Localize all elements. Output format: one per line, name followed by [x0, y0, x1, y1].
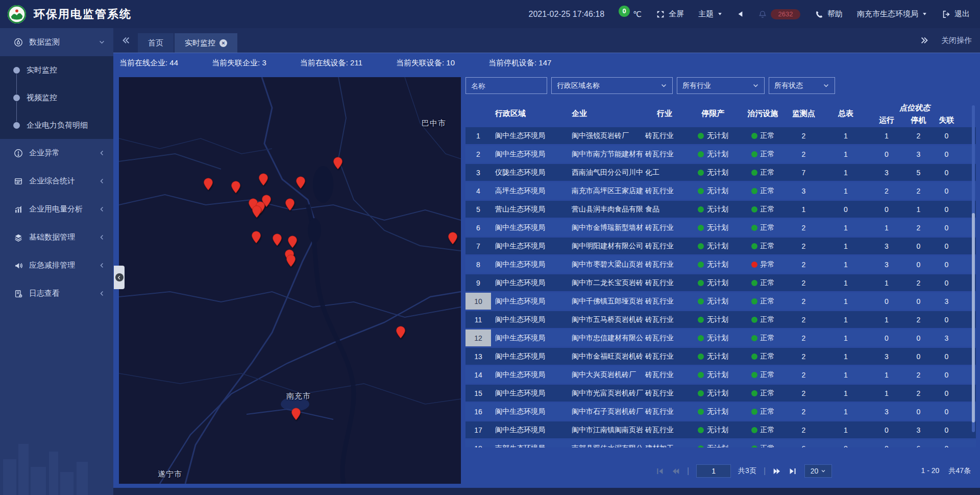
map-pin-icon[interactable]	[291, 408, 301, 420]
cell-monitor-points: 2	[785, 219, 823, 236]
table-row[interactable]: 17阆中生态环境局阆中市江南镇阆南页岩砖瓦行业无计划正常21030	[465, 421, 976, 438]
sidebar-item-5[interactable]: 基础数据管理	[0, 223, 113, 251]
cell-stopped: 3	[904, 421, 933, 438]
cell-index: 16	[465, 403, 491, 420]
cell-total-meters: 1	[823, 385, 869, 402]
sidebar-subitem-实时监控[interactable]: 实时监控	[0, 56, 113, 84]
cell-region: 阆中生态环境局	[491, 403, 568, 420]
map-pin-icon[interactable]	[204, 178, 213, 191]
sidebar-subitem-企业电力负荷明细[interactable]: 企业电力负荷明细	[0, 111, 113, 139]
tab-realtime-monitor[interactable]: 实时监控 ×	[175, 33, 237, 53]
table-row[interactable]: 13阆中生态环境局阆中市金福旺页岩机砖砖瓦行业无计划正常21300	[465, 348, 976, 365]
table-row[interactable]: 15阆中生态环境局阆中市光富页岩机砖厂砖瓦行业无计划正常21120	[465, 385, 976, 402]
table-row[interactable]: 8阆中生态环境局阆中市枣碧大梁山页岩砖瓦行业无计划异常21300	[465, 256, 976, 273]
logout-button[interactable]: 退出	[942, 9, 970, 19]
map-panel[interactable]: 巴中市南充市遂宁市	[119, 77, 461, 484]
column-header: 行政区域	[491, 100, 568, 127]
map-pin-icon[interactable]	[252, 205, 262, 218]
cell-total-meters: 1	[823, 403, 869, 420]
sidebar-item-6[interactable]: 应急减排管理	[0, 251, 113, 279]
table-scrollbar[interactable]	[972, 105, 975, 432]
table-row[interactable]: 1阆中生态环境局阆中强锐页岩砖厂砖瓦行业无计划正常21120	[465, 127, 976, 144]
cell-production-limit: 无计划	[685, 311, 741, 328]
region-select[interactable]: 行政区域名称	[551, 77, 673, 94]
status-select[interactable]: 所有状态	[769, 77, 835, 94]
first-page-button[interactable]	[655, 467, 664, 476]
cell-total-meters: 1	[823, 127, 869, 144]
cell-industry: 砖瓦行业	[644, 348, 685, 365]
theme-dropdown[interactable]: 主题	[698, 9, 723, 19]
page-size-select[interactable]: 20	[804, 464, 832, 478]
previous-page-button[interactable]	[671, 467, 680, 476]
help-button[interactable]: 帮助	[815, 9, 843, 19]
tab-close-icon[interactable]: ×	[219, 39, 227, 47]
cell-pollution-facility: 正常	[741, 274, 785, 291]
table-row[interactable]: 2阆中生态环境局阆中市南方节能建材有砖瓦行业无计划正常21030	[465, 146, 976, 162]
table-row[interactable]: 18南部生态环境局南部县双佳水泥有限公建材加工无计划正常60060	[465, 440, 976, 447]
cell-index: 11	[465, 311, 491, 328]
status-dot-green	[698, 151, 704, 157]
table-row[interactable]: 9阆中生态环境局阆中市二龙长宝页岩砖砖瓦行业无计划正常21120	[465, 274, 976, 291]
sidebar-item-7[interactable]: 日志查看	[0, 279, 113, 308]
table-row[interactable]: 3仪陇生态环境局西南油气田分公司川中化工无计划正常71350	[465, 164, 976, 181]
table-row[interactable]: 7阆中生态环境局阆中明阳建材有限公司砖瓦行业无计划正常21300	[465, 238, 976, 254]
scrollbar-thumb[interactable]	[972, 213, 975, 422]
map-pin-icon[interactable]	[273, 233, 282, 246]
cell-running: 3	[869, 238, 904, 254]
table-row[interactable]: 10阆中生态环境局阆中千佛镇五郎垭页岩砖瓦行业无计划正常21003	[465, 293, 976, 310]
map-pin-icon[interactable]	[285, 198, 295, 211]
table-row[interactable]: 14阆中生态环境局阆中大兴页岩机砖厂砖瓦行业无计划正常21120	[465, 366, 976, 383]
tab-home[interactable]: 首页	[138, 33, 174, 53]
map-pin-icon[interactable]	[286, 254, 296, 267]
industry-select[interactable]: 所有行业	[677, 77, 765, 94]
org-dropdown[interactable]: 南充市生态环境局	[857, 9, 927, 19]
bell-icon	[758, 10, 767, 19]
voice-mute-button[interactable]	[737, 11, 744, 17]
map-pin-icon[interactable]	[333, 157, 343, 170]
map-pin-icon[interactable]	[296, 176, 306, 189]
map-pin-icon[interactable]	[396, 326, 406, 339]
table-row[interactable]: 5营山生态环境局营山县润丰肉食品有限食品无计划正常10010	[465, 201, 976, 218]
status-dot-green	[698, 409, 704, 415]
map-pin-icon[interactable]	[288, 235, 298, 248]
table-row[interactable]: 6阆中生态环境局阆中市金博瑞新型墙材砖瓦行业无计划正常21120	[465, 219, 976, 236]
status-dot-green	[751, 280, 757, 286]
sidebar-item-4[interactable]: 企业用电量分析	[0, 195, 113, 223]
sidebar-item-3[interactable]: 企业综合统计	[0, 167, 113, 195]
cell-total-meters: 1	[823, 219, 869, 236]
cell-company: 西南油气田分公司川中	[568, 164, 644, 181]
tab-home-label: 首页	[148, 38, 163, 48]
name-search-input[interactable]	[471, 82, 542, 90]
notification-button[interactable]: 2632	[758, 9, 800, 19]
map-pin-icon[interactable]	[448, 232, 458, 245]
sidebar-item-1[interactable]: 数据监测	[0, 28, 113, 56]
status-dot-green	[698, 262, 704, 268]
sidebar-item-2[interactable]: 企业异常	[0, 139, 113, 167]
map-pin-icon[interactable]	[259, 173, 268, 186]
log-icon	[14, 289, 23, 298]
panel-collapse-button[interactable]	[114, 266, 125, 289]
next-page-button[interactable]	[773, 467, 781, 476]
last-page-button[interactable]	[789, 467, 797, 476]
name-search-field[interactable]	[465, 77, 547, 94]
bullet-icon	[13, 67, 20, 74]
fullscreen-button[interactable]: 全屏	[656, 9, 684, 19]
cell-production-limit: 无计划	[685, 403, 741, 420]
tabs-scroll-right-icon[interactable]	[920, 36, 929, 45]
help-label: 帮助	[827, 9, 843, 19]
cell-stopped: 6	[904, 440, 933, 447]
table-row[interactable]: 11阆中生态环境局阆中市五马桥页岩机砖砖瓦行业无计划正常21120	[465, 311, 976, 328]
column-header: 总表	[823, 100, 869, 127]
close-operations-button[interactable]: 关闭操作	[941, 36, 972, 45]
chevron-left-icon	[99, 262, 105, 269]
table-row[interactable]: 16阆中生态环境局阆中市石子页岩机砖厂砖瓦行业无计划正常21300	[465, 403, 976, 420]
tabs-scroll-left-icon[interactable]	[121, 36, 131, 45]
table-row[interactable]: 4高坪生态环境局南充市高坪区王家店建砖瓦行业无计划正常31220	[465, 182, 976, 199]
cell-company: 南充市高坪区王家店建	[568, 182, 644, 199]
cell-offline: 0	[933, 127, 961, 144]
map-pin-icon[interactable]	[231, 181, 241, 194]
sidebar-subitem-视频监控[interactable]: 视频监控	[0, 84, 113, 111]
page-number-input[interactable]	[696, 464, 731, 478]
table-row[interactable]: 12阆中生态环境局阆中市忠信建材有限公砖瓦行业无计划正常21003	[465, 329, 976, 346]
map-pin-icon[interactable]	[252, 231, 261, 244]
